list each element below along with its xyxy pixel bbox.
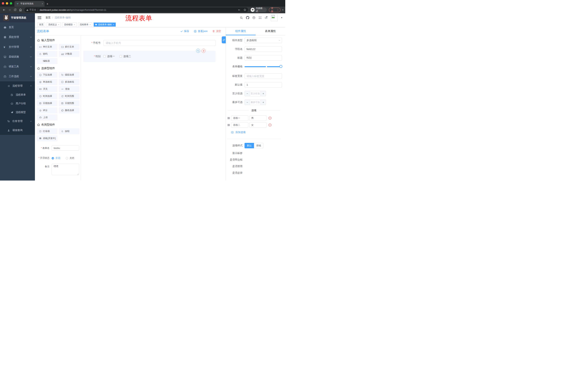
fullscreen-icon[interactable]: [259, 16, 262, 19]
palette-item-table[interactable]: 表格[开发中]: [37, 135, 57, 141]
tag-close-icon[interactable]: ×: [58, 23, 59, 26]
chrome-caret-icon[interactable]: ▼: [282, 9, 284, 11]
palette-item-color-picker[interactable]: 颜色选择: [59, 107, 80, 113]
palette-item-rate[interactable]: 评分: [37, 107, 57, 113]
remove-option-button[interactable]: [268, 116, 272, 120]
avatar[interactable]: [271, 14, 278, 21]
palette-item-button[interactable]: 按钮: [59, 128, 80, 134]
sidebar-item-process-manage[interactable]: 流程管理: [0, 81, 35, 90]
palette-item-counter[interactable]: 123 计数器: [59, 51, 80, 57]
palette-item-select[interactable]: 下拉选择: [37, 72, 57, 78]
sidebar-item-task-manage[interactable]: 任务管理: [0, 117, 35, 126]
drag-handle-icon[interactable]: [227, 117, 230, 120]
palette-item-password[interactable]: 密码: [37, 51, 57, 57]
increase-button[interactable]: +: [261, 100, 266, 105]
address-bar[interactable]: 不安全 dashboard.yudao.iocoder.cn/bpm/manag…: [24, 8, 248, 12]
palette-item-checkbox-group[interactable]: 多选框组: [59, 79, 80, 85]
sidebar-item-process-model[interactable]: 流程模型: [0, 108, 35, 117]
min-select-input[interactable]: 至少应选: [250, 91, 261, 96]
sidebar-item-infra[interactable]: 基础设施: [0, 52, 35, 62]
component-type-select[interactable]: [244, 38, 282, 43]
home-icon[interactable]: [18, 7, 23, 12]
sidebar-item-system[interactable]: 系统管理: [0, 32, 35, 42]
gender-option-1[interactable]: 选项一: [103, 55, 115, 58]
status-on-label[interactable]: 开启: [55, 157, 60, 160]
palette-item-multi-text[interactable]: 多行文本: [59, 44, 80, 50]
palette-item-switch[interactable]: 开关: [37, 86, 57, 92]
palette-item-date-range[interactable]: 日期范围: [59, 100, 80, 106]
option-label-input[interactable]: [231, 115, 248, 121]
tag-close-icon[interactable]: ×: [90, 23, 91, 26]
reload-icon[interactable]: [12, 7, 18, 12]
sidebar-item-home[interactable]: 首页: [0, 22, 35, 32]
gender-option-2[interactable]: 选项二: [119, 55, 131, 58]
key-icon[interactable]: [238, 9, 241, 11]
update-button[interactable]: 更新 ⋮: [269, 8, 281, 12]
close-window-button[interactable]: [2, 2, 4, 5]
sidebar-item-leave-query[interactable]: 请假查询: [0, 126, 35, 135]
sidebar-item-devtools[interactable]: 研发工具: [0, 62, 35, 72]
sidebar-item-workflow[interactable]: 工作流程: [0, 72, 35, 81]
form-name-input[interactable]: [52, 145, 79, 150]
browser-tab[interactable]: 芋道管理系统 ×: [14, 1, 45, 7]
save-button[interactable]: 保存: [180, 30, 189, 33]
new-tab-button[interactable]: +: [46, 2, 48, 6]
style-button-button[interactable]: 按钮: [254, 143, 263, 148]
label-width-input[interactable]: [244, 73, 282, 79]
increase-button[interactable]: +: [261, 91, 266, 96]
github-icon[interactable]: [246, 16, 249, 19]
minimize-window-button[interactable]: [6, 2, 8, 5]
sidebar-item-pay[interactable]: ¥ 支付管理: [0, 42, 35, 52]
palette-item-radio-group[interactable]: 单选框组: [37, 79, 57, 85]
title-input[interactable]: [244, 55, 282, 61]
collapse-sidebar-icon[interactable]: [37, 16, 42, 19]
status-on-radio[interactable]: [52, 157, 54, 159]
back-icon[interactable]: [1, 7, 7, 12]
status-off-label[interactable]: 关闭: [70, 157, 74, 160]
palette-item-row-container[interactable]: 行容器: [37, 128, 57, 134]
option-label-input[interactable]: [231, 122, 248, 128]
checkbox-icon[interactable]: [119, 55, 122, 57]
tab-close-icon[interactable]: ×: [42, 2, 43, 5]
link-tab[interactable]: [222, 36, 226, 43]
phone-input[interactable]: [103, 40, 216, 46]
avatar-caret-icon[interactable]: ▼: [281, 17, 283, 19]
delete-component-button[interactable]: [202, 49, 206, 53]
field-name-input[interactable]: [244, 46, 282, 52]
add-option-button[interactable]: 添加选项: [231, 131, 282, 134]
canvas-field-phone[interactable]: *手机号: [81, 40, 216, 46]
browser-menu-icon[interactable]: ⋮: [277, 9, 279, 11]
style-default-button[interactable]: 默认: [244, 143, 254, 148]
palette-item-cascader[interactable]: 级联选择: [59, 72, 80, 78]
tag-process-form[interactable]: 流程表单×: [78, 22, 92, 27]
slider-handle[interactable]: [279, 65, 282, 68]
clear-button[interactable]: 清空: [212, 30, 221, 33]
palette-item-slider[interactable]: 滑块: [59, 86, 80, 92]
form-canvas[interactable]: *手机号 *性别 选项一: [81, 35, 226, 181]
sidebar-item-process-form[interactable]: 流程表单: [0, 90, 35, 99]
remove-option-button[interactable]: [268, 123, 272, 127]
option-value-input[interactable]: [249, 122, 266, 128]
tag-process-form-edit[interactable]: 流程表单-编辑×: [94, 22, 116, 27]
default-value-input[interactable]: [244, 82, 282, 87]
tag-close-icon[interactable]: ×: [113, 23, 114, 26]
view-json-button[interactable]: 查看json: [194, 30, 208, 33]
search-icon[interactable]: [240, 16, 243, 19]
duplicate-component-button[interactable]: [196, 49, 200, 53]
slider-track[interactable]: [244, 66, 282, 67]
font-size-icon[interactable]: TT: [265, 16, 268, 19]
palette-item-date-picker[interactable]: 日期选择: [37, 100, 57, 106]
max-select-input[interactable]: 最多可选: [250, 100, 261, 105]
forward-icon[interactable]: [7, 7, 12, 12]
status-off-radio[interactable]: [66, 157, 68, 159]
decrease-button[interactable]: −: [245, 100, 250, 105]
canvas-field-gender-selected[interactable]: *性别 选项一 选项二: [83, 51, 216, 62]
tag-close-icon[interactable]: ×: [74, 23, 75, 26]
checkbox-icon[interactable]: [103, 55, 106, 57]
sidebar-item-user-group[interactable]: 用户分组: [0, 99, 35, 108]
breadcrumb-home[interactable]: 首页: [45, 16, 51, 19]
zoom-window-button[interactable]: [10, 2, 12, 5]
tab-component-props[interactable]: 组件属性: [226, 27, 256, 35]
bookmark-star-icon[interactable]: [243, 8, 246, 11]
form-grid-slider[interactable]: [244, 64, 282, 69]
